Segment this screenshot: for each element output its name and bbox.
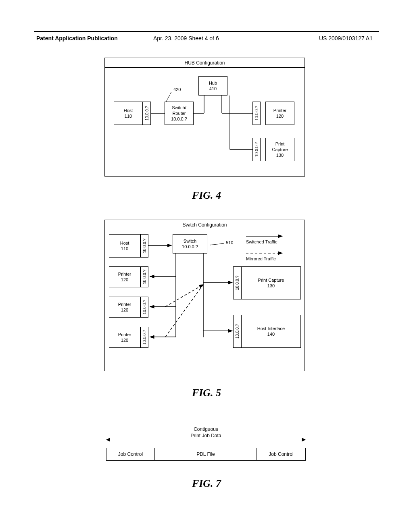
fig4-caption: FIG. 4 — [0, 189, 413, 202]
fig5-legend-mirrored: Mirrored Traffic — [246, 256, 276, 261]
fig5-capture-l2: 130 — [267, 283, 275, 289]
fig4-printer-l1: Printer — [273, 108, 286, 113]
fig4-switch-l3: 10.0.0.? — [171, 116, 187, 122]
fig4-hub-l2: 410 — [209, 86, 217, 91]
fig4-capture-ip: 10.0.0.? — [252, 138, 261, 161]
fig5-hostif-l1: Host Interface — [257, 326, 285, 331]
fig5-switch-box: Switch 10.0.0.? — [173, 234, 207, 254]
fig4-hub-l1: Hub — [209, 80, 217, 86]
fig5-ref-510: 510 — [226, 240, 233, 245]
fig5-printer1-l2: 120 — [121, 277, 128, 283]
fig4-capture-box: Print Capture 130 — [265, 138, 294, 161]
fig7-cell-jobcontrol-left: Job Control — [106, 448, 155, 460]
fig5-frame: Switch Configuration Host 110 10.0.0.? S… — [104, 220, 305, 371]
fig7-caption: FIG. 7 — [0, 478, 413, 490]
fig5-host-box: Host 110 — [109, 234, 140, 258]
fig4-host-l1: Host — [124, 108, 133, 113]
svg-line-7 — [166, 92, 171, 102]
fig5-printer2-l1: Printer — [118, 301, 131, 307]
fig5-printer2-ip: 10.0.0.? — [140, 297, 148, 318]
fig7-row: Job Control PDL File Job Control — [106, 448, 306, 461]
fig4-capture-l1: Print — [275, 141, 285, 147]
fig5-switch-l2: 10.0.0.? — [182, 244, 198, 249]
fig5-printer3-ip: 10.0.0.? — [140, 327, 148, 348]
fig4-host-ip: 10.0.0.? — [143, 102, 151, 125]
svg-line-20 — [165, 285, 203, 337]
fig5-printer3-l1: Printer — [118, 332, 131, 337]
fig5-host-l1: Host — [120, 240, 129, 246]
header-left: Patent Application Publication — [36, 35, 118, 42]
fig5-printer3-box: Printer 120 — [109, 327, 140, 348]
svg-line-10 — [210, 243, 224, 245]
fig5-printer1-ip: 10.0.0.? — [140, 266, 148, 287]
fig4-capture-l3: 130 — [276, 152, 284, 158]
fig5-printer1-l1: Printer — [118, 271, 131, 277]
fig4-host-l2: 110 — [125, 113, 132, 119]
svg-line-19 — [165, 285, 203, 307]
fig4-switch-box: Switch/ Router 10.0.0.? — [165, 102, 194, 125]
fig7-frame: Contiguous Print Job Data Job Control PD… — [106, 426, 306, 461]
fig5-hostif-box: Host Interface 140 — [241, 315, 301, 348]
fig7-cell-jobcontrol-right: Job Control — [257, 448, 305, 460]
fig5-legend-switched: Switched Traffic — [246, 239, 277, 244]
fig5-title: Switch Configuration — [105, 222, 305, 229]
fig5-host-ip: 10.0.0.? — [140, 234, 148, 258]
fig4-printer-l2: 120 — [276, 113, 284, 119]
header-rule — [34, 31, 379, 32]
fig4-hub-box: Hub 410 — [198, 76, 227, 96]
fig5-capture-l1: Print Capture — [258, 277, 284, 283]
fig7-toplabel-l1: Contiguous — [194, 426, 218, 432]
fig5-printer1-box: Printer 120 — [109, 266, 140, 287]
fig5-host-l2: 110 — [121, 246, 128, 251]
fig5-hostif-ip: 10.0.0.? — [233, 315, 241, 348]
fig4-printer-box: Printer 120 — [265, 102, 294, 125]
fig5-printer2-box: Printer 120 — [109, 297, 140, 318]
fig4-switch-l2: Router — [172, 110, 186, 116]
fig4-capture-l2: Capture — [272, 147, 288, 152]
fig7-toplabel: Contiguous Print Job Data — [106, 426, 306, 439]
fig4-title: HUB Configuration — [105, 60, 305, 68]
header-right: US 2009/0103127 A1 — [319, 35, 373, 42]
fig5-switch-l1: Switch — [184, 238, 196, 244]
fig5-capture-ip: 10.0.0.? — [233, 266, 241, 299]
fig4-host-box: Host 110 — [114, 102, 143, 125]
header-center: Apr. 23, 2009 Sheet 4 of 6 — [153, 35, 219, 42]
fig4-printer-ip: 10.0.0.? — [252, 102, 261, 125]
fig4-ref-420: 420 — [173, 87, 181, 92]
fig7-span-arrow — [108, 440, 304, 445]
fig5-printer2-l2: 120 — [121, 307, 128, 313]
fig5-printer3-l2: 120 — [121, 337, 128, 343]
fig5-hostif-l2: 140 — [267, 331, 275, 337]
fig4-switch-l1: Switch/ — [172, 105, 186, 110]
fig4-frame: HUB Configuration Hub 410 Host 110 10.0.… — [104, 58, 305, 177]
fig7-toplabel-l2: Print Job Data — [190, 433, 221, 438]
fig5-capture-box: Print Capture 130 — [241, 266, 301, 299]
fig5-caption: FIG. 5 — [0, 387, 413, 399]
fig7-cell-pdl: PDL File — [155, 448, 257, 460]
